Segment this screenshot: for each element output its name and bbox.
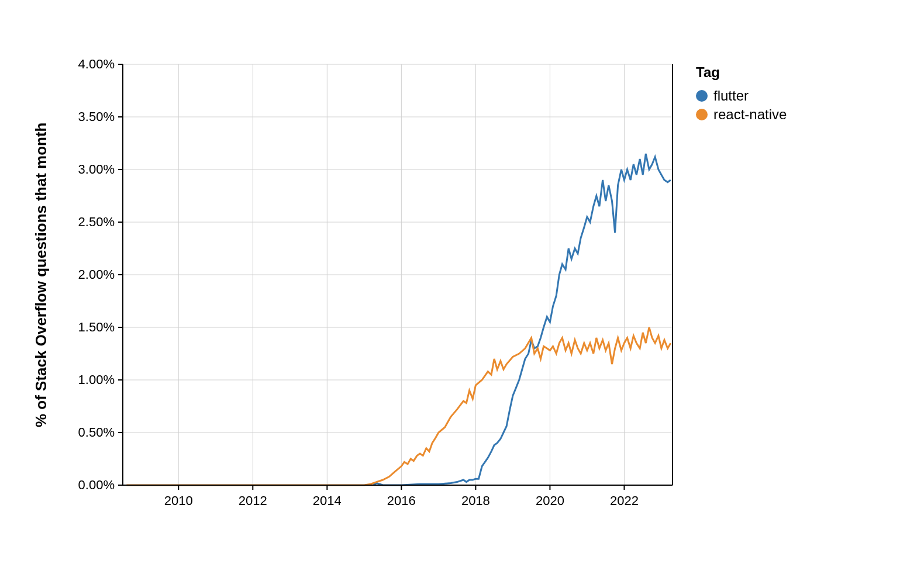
y-tick-label: 0.00%: [78, 478, 115, 492]
y-tick-label: 2.50%: [78, 215, 115, 229]
series-flutter: [374, 154, 671, 485]
y-tick-label: 0.50%: [78, 425, 115, 440]
legend-label: flutter: [713, 88, 749, 104]
y-tick-label: 1.50%: [78, 320, 115, 334]
x-tick-label: 2014: [313, 493, 342, 508]
legend-label: react-native: [713, 106, 787, 123]
legend-swatch-icon: [696, 109, 708, 120]
y-tick-label: 2.00%: [78, 267, 115, 282]
chart-svg: 0.00%0.50%1.00%1.50%2.00%2.50%3.00%3.50%…: [47, 53, 678, 520]
legend-item-react-native: react-native: [696, 106, 787, 123]
y-tick-label: 1.00%: [78, 372, 115, 387]
legend-swatch-icon: [696, 90, 708, 102]
y-tick-label: 4.00%: [78, 57, 115, 71]
legend-item-flutter: flutter: [696, 88, 787, 104]
x-tick-label: 2016: [387, 493, 416, 508]
x-tick-label: 2018: [461, 493, 490, 508]
x-tick-label: 2022: [610, 493, 639, 508]
y-tick-label: 3.50%: [78, 109, 115, 124]
x-tick-label: 2020: [536, 493, 564, 508]
legend-title: Tag: [696, 64, 787, 81]
legend: Tag flutterreact-native: [696, 64, 787, 125]
chart-area: 0.00%0.50%1.00%1.50%2.00%2.50%3.00%3.50%…: [47, 53, 678, 520]
y-tick-label: 3.00%: [78, 162, 115, 177]
series-react-native: [126, 327, 670, 485]
x-tick-label: 2010: [164, 493, 193, 508]
x-tick-label: 2012: [239, 493, 267, 508]
